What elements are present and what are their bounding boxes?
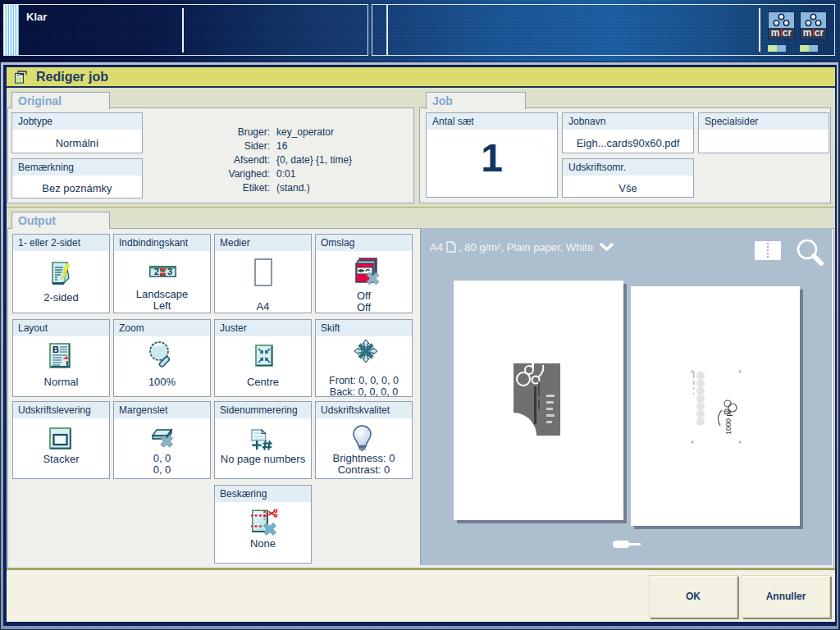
svg-text:B: B [52, 345, 59, 354]
svg-text:1000 µl: 1000 µl [724, 410, 733, 435]
svg-text:2: 2 [154, 267, 159, 276]
svg-text:3: 3 [167, 267, 172, 276]
